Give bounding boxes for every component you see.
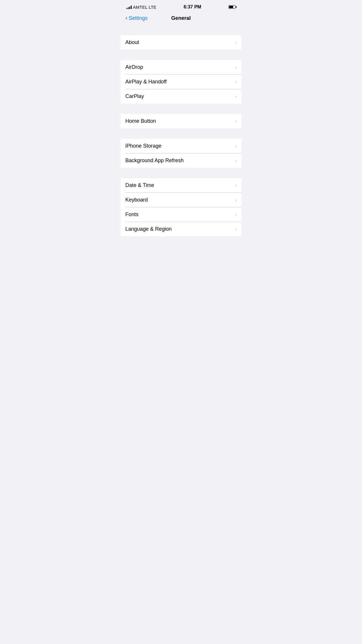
list-item-label-language-region: Language & Region	[125, 226, 172, 232]
status-time: 6:37 PM	[184, 4, 201, 10]
chevron-right-icon-iphone-storage: ›	[235, 144, 237, 149]
section-connectivity: AirDrop › AirPlay & Handoff › CarPlay ›	[121, 60, 241, 104]
chevron-right-icon-language-region: ›	[235, 227, 237, 232]
section-storage: iPhone Storage › Background App Refresh …	[121, 139, 241, 168]
list-item-label-date-time: Date & Time	[125, 182, 154, 188]
section-about: About ›	[121, 35, 241, 50]
carrier-label: AMTEL	[133, 5, 147, 10]
section-gap-home	[121, 104, 241, 114]
chevron-right-icon-home-button: ›	[235, 119, 237, 124]
list-item-keyboard[interactable]: Keyboard ›	[121, 193, 241, 207]
list-item-airplay-handoff[interactable]: AirPlay & Handoff ›	[121, 75, 241, 89]
network-type-label: LTE	[149, 5, 156, 10]
status-bar: AMTEL LTE 6:37 PM	[121, 0, 241, 13]
nav-bar: ‹ Settings General	[121, 13, 241, 25]
chevron-right-icon-airdrop: ›	[235, 65, 237, 70]
list-item-label-keyboard: Keyboard	[125, 197, 148, 203]
section-gap-locale	[121, 168, 241, 178]
list-item-label-airdrop: AirDrop	[125, 64, 143, 70]
signal-bars-icon	[126, 5, 132, 9]
list-item-label-home-button: Home Button	[125, 118, 156, 124]
list-item-language-region[interactable]: Language & Region ›	[121, 222, 241, 236]
list-item-label-background-app-refresh: Background App Refresh	[125, 158, 184, 164]
list-item-iphone-storage[interactable]: iPhone Storage ›	[121, 139, 241, 153]
chevron-right-icon-keyboard: ›	[235, 197, 237, 203]
list-item-background-app-refresh[interactable]: Background App Refresh ›	[121, 153, 241, 168]
list-item-about[interactable]: About ›	[121, 35, 241, 50]
list-item-airdrop[interactable]: AirDrop ›	[121, 60, 241, 74]
list-item-home-button[interactable]: Home Button ›	[121, 114, 241, 128]
list-item-label-fonts: Fonts	[125, 211, 138, 218]
section-gap-top	[121, 25, 241, 35]
status-right	[229, 5, 236, 9]
list-item-date-time[interactable]: Date & Time ›	[121, 178, 241, 192]
section-home: Home Button ›	[121, 114, 241, 128]
section-locale: Date & Time › Keyboard › Fonts › Languag…	[121, 178, 241, 236]
chevron-right-icon-about: ›	[235, 40, 237, 45]
list-item-fonts[interactable]: Fonts ›	[121, 207, 241, 222]
chevron-right-icon-carplay: ›	[235, 94, 237, 99]
section-gap-connectivity	[121, 50, 241, 60]
list-item-carplay[interactable]: CarPlay ›	[121, 89, 241, 104]
page-title: General	[171, 15, 191, 21]
back-button[interactable]: ‹ Settings	[125, 15, 147, 21]
chevron-right-icon-airplay-handoff: ›	[235, 79, 237, 85]
list-item-label-carplay: CarPlay	[125, 93, 144, 99]
list-item-label-iphone-storage: iPhone Storage	[125, 143, 161, 149]
status-left: AMTEL LTE	[126, 5, 156, 10]
back-label: Settings	[129, 15, 147, 21]
chevron-right-icon-background-app-refresh: ›	[235, 158, 237, 163]
section-gap-storage	[121, 128, 241, 139]
chevron-right-icon-fonts: ›	[235, 212, 237, 217]
battery-icon	[229, 5, 236, 9]
list-item-label-airplay-handoff: AirPlay & Handoff	[125, 79, 167, 85]
back-chevron-icon: ‹	[125, 15, 127, 21]
chevron-right-icon-date-time: ›	[235, 183, 237, 188]
list-item-label-about: About	[125, 39, 139, 46]
